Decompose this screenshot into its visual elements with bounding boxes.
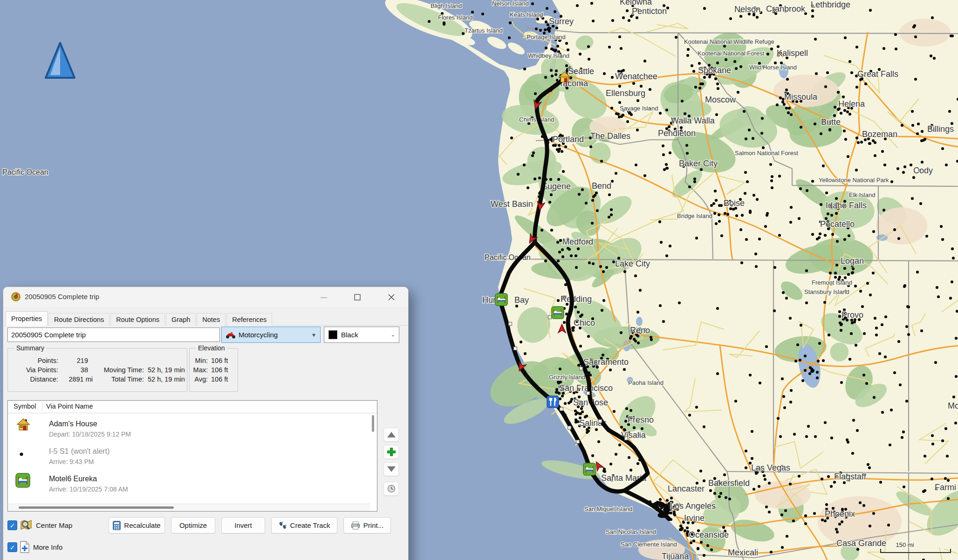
map-place-label: Kootenai National Forest — [698, 50, 764, 57]
add-via-point-button[interactable] — [383, 445, 399, 459]
close-button[interactable] — [381, 289, 402, 306]
map-place-label: San Clemente Island — [621, 541, 677, 548]
via-point-name[interactable]: I-5 S1 (won't alert) — [49, 447, 109, 456]
restaurant-icon — [547, 396, 559, 408]
map-place-label: Lethbridge — [811, 0, 850, 9]
tab-notes[interactable]: Notes — [197, 313, 226, 326]
map-place-label: Bridge Island — [677, 212, 712, 219]
tab-route-directions[interactable]: Route Directions — [48, 313, 109, 326]
vertical-scrollbar[interactable] — [372, 415, 374, 432]
print-label: Print... — [363, 521, 383, 529]
via-point-marker — [625, 437, 628, 440]
via-point-name[interactable]: Adam's House — [49, 420, 97, 428]
via-point-detail: Arrive: 9:43 PM — [49, 458, 94, 465]
maximize-button[interactable] — [347, 289, 368, 306]
route-name-input[interactable] — [7, 328, 220, 342]
map-place-label: Cranbrook — [766, 4, 806, 14]
via-point-marker — [599, 420, 602, 423]
map-place-label: Wild Horse Island — [749, 64, 797, 71]
minimize-button[interactable] — [314, 289, 334, 306]
map-place-label: Seattle — [568, 67, 594, 76]
map-place-label: Savage Island — [620, 105, 658, 112]
activity-dropdown[interactable]: Motorcycling ▼ — [221, 327, 321, 343]
map-place-label: Provo — [842, 310, 863, 320]
map-place-label: San Nicolas Island — [606, 528, 656, 535]
map-place-label: Bakersfield — [708, 478, 750, 488]
map-place-label: Medford — [562, 237, 593, 246]
via-point-name[interactable]: Motel6 Eureka — [49, 475, 97, 483]
activity-value: Motorcycling — [239, 331, 278, 339]
column-via-point-name[interactable]: Via Point Name — [46, 403, 93, 410]
print-button[interactable]: Print... — [343, 517, 391, 533]
elevation-min-value: 106 ft — [211, 357, 228, 364]
map-place-label: San Francisco — [559, 383, 613, 393]
elevation-avg-label: Avg: — [191, 376, 208, 383]
create-track-button[interactable]: Create Track — [271, 517, 337, 533]
map-place-label: Whidbey Island — [528, 52, 569, 59]
map-place-label: Chico — [574, 318, 595, 328]
map-place-label: Mon — [948, 401, 958, 410]
map-place-label: Bligh Island — [431, 2, 462, 9]
list-header: Symbol Via Point Name — [8, 401, 377, 413]
map-place-label: Idaho Falls — [826, 201, 867, 210]
recalculate-button[interactable]: Recalculate — [109, 517, 165, 533]
color-value: Black — [341, 331, 358, 339]
tab-references[interactable]: References — [226, 313, 272, 326]
map-place-label: Reno — [630, 326, 650, 335]
tab-properties[interactable]: Properties — [6, 311, 48, 326]
route-window-icon — [11, 292, 21, 302]
invert-button[interactable]: Invert — [221, 517, 265, 533]
moving-time-value: 52 h, 19 min — [148, 366, 185, 374]
map-place-label: Irvine — [684, 513, 705, 523]
center-map-checkbox[interactable]: ✓ — [7, 520, 17, 530]
scrollbar-thumb[interactable] — [19, 506, 174, 509]
via-point-marker — [548, 316, 552, 319]
map-place-label: Spokane — [698, 66, 731, 75]
map-place-label: Baker City — [679, 159, 718, 168]
map-place-label: Las Vegas — [751, 463, 790, 472]
motorcycle-icon — [226, 331, 236, 339]
optimize-button[interactable]: Optimize — [171, 517, 215, 533]
via-points-label: Via Points: — [13, 366, 58, 374]
map-place-label: Yellowstone National Park — [819, 177, 889, 184]
total-time-label: Total Time: — [95, 376, 144, 383]
map-place-label: Elk Island — [849, 191, 875, 198]
via-points-value: 38 — [60, 366, 88, 374]
map-place-label: Phoenix — [825, 509, 855, 519]
move-down-button[interactable] — [383, 462, 399, 476]
map-place-label: Penticton — [632, 7, 667, 16]
move-up-button[interactable] — [383, 428, 399, 442]
lodging-icon — [583, 463, 595, 475]
elevation-max-value: 106 ft — [211, 366, 228, 374]
center-map-icon — [20, 519, 32, 531]
map-place-label: Ellensburg — [606, 89, 645, 98]
via-point-marker — [576, 440, 580, 444]
more-info-checkbox[interactable]: ✓ — [7, 542, 17, 552]
map-place-label: Kootenai National Wildlife Refuge — [684, 38, 774, 45]
map-place-label: Bend — [592, 181, 611, 191]
map-place-label: Bay — [514, 295, 529, 305]
map-place-label: Great Falls — [857, 69, 898, 79]
tab-route-options[interactable]: Route Options — [110, 313, 165, 326]
map-place-label: Flores Island — [438, 14, 472, 21]
horizontal-scrollbar[interactable] — [8, 504, 370, 511]
footprints-icon — [279, 521, 287, 530]
column-symbol[interactable]: Symbol — [14, 403, 36, 410]
optimize-label: Optimize — [179, 521, 207, 529]
tab-graph[interactable]: Graph — [166, 313, 196, 326]
window-titlebar[interactable]: 20050905 Complete trip — [3, 287, 408, 308]
maximize-icon — [354, 294, 361, 300]
map-place-label: Cody — [913, 166, 933, 175]
via-point-marker — [514, 347, 517, 350]
map-place-label: Salmon National Forest — [735, 150, 798, 157]
house-icon — [16, 417, 30, 431]
via-point-detail: Arrive: 10/19/2025 7:08 AM — [49, 485, 128, 493]
plus-icon — [388, 448, 395, 456]
map-place-label: Casa Grande — [836, 539, 886, 548]
map-place-label: Kelowna — [620, 0, 652, 7]
line-color-dropdown[interactable]: Black ⌄ — [324, 327, 399, 343]
time-button[interactable] — [383, 482, 399, 496]
elevation-max-label: Max: — [191, 366, 208, 374]
via-point-list[interactable]: Symbol Via Point Name Adam's House Depar… — [7, 400, 377, 512]
more-info-label: More Info — [33, 543, 62, 551]
